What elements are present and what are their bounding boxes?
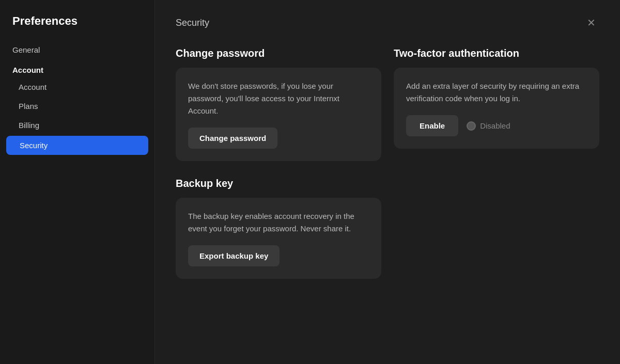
change-password-description: We don't store passwords, if you lose yo… [188, 80, 369, 117]
enable-2fa-button[interactable]: Enable [406, 115, 458, 136]
sidebar-item-security[interactable]: Security [6, 136, 148, 155]
change-password-section: Change password We don't store passwords… [176, 48, 381, 161]
sidebar-item-billing[interactable]: Billing [0, 116, 154, 135]
main-content: Security ✕ Change password We don't stor… [155, 0, 620, 364]
disabled-radio-icon [467, 121, 476, 131]
two-factor-section: Two-factor authentication Add an extra l… [394, 48, 599, 161]
sidebar-item-general[interactable]: General [0, 40, 154, 59]
export-backup-key-button[interactable]: Export backup key [188, 245, 280, 266]
top-cards-row: Change password We don't store passwords… [176, 48, 599, 161]
two-factor-heading: Two-factor authentication [394, 48, 599, 59]
close-button[interactable]: ✕ [583, 14, 599, 31]
backup-key-heading: Backup key [176, 178, 599, 189]
sidebar-item-account[interactable]: Account [0, 77, 154, 97]
disabled-indicator: Disabled [467, 121, 510, 131]
two-factor-description: Add an extra layer of security by requir… [406, 80, 587, 105]
backup-key-description: The backup key enables account recovery … [188, 210, 369, 235]
sidebar-title: Preferences [0, 10, 154, 40]
tfa-controls: Enable Disabled [406, 115, 587, 136]
backup-key-section: Backup key The backup key enables accoun… [176, 178, 599, 279]
main-header: Security ✕ [176, 14, 599, 31]
change-password-card: We don't store passwords, if you lose yo… [176, 68, 381, 161]
page-title: Security [176, 18, 209, 28]
sidebar: Preferences General Account Account Plan… [0, 0, 155, 364]
disabled-label: Disabled [480, 121, 510, 130]
change-password-heading: Change password [176, 48, 381, 59]
sidebar-item-plans[interactable]: Plans [0, 97, 154, 116]
backup-key-card: The backup key enables account recovery … [176, 198, 381, 279]
sidebar-section-account: Account [0, 59, 154, 77]
two-factor-card: Add an extra layer of security by requir… [394, 68, 599, 149]
change-password-button[interactable]: Change password [188, 128, 277, 149]
